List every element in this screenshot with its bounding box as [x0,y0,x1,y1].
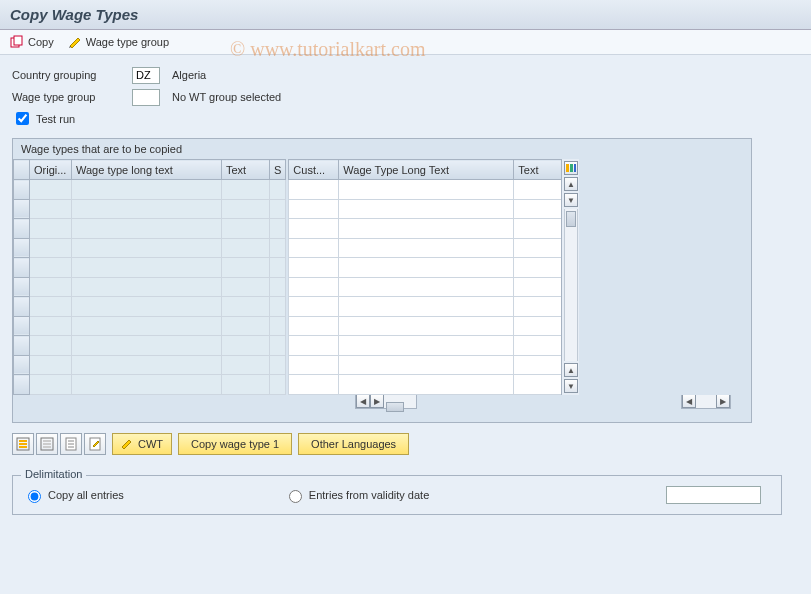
row-selector-header[interactable] [14,160,30,180]
table-row[interactable] [289,219,562,239]
horizontal-scroll-row: ◀ ▶ ◀ ▶ [13,393,751,411]
scroll-down-2-icon[interactable]: ▼ [564,379,578,393]
svg-rect-6 [19,440,27,442]
table-row[interactable] [14,336,286,356]
table-config-icon[interactable] [564,161,578,175]
row-selector[interactable] [14,316,30,336]
test-run-label: Test run [36,113,75,125]
table-row[interactable] [289,258,562,278]
row-selector[interactable] [14,258,30,278]
table-row[interactable] [289,375,562,395]
col-origi[interactable]: Origi... [30,160,72,180]
validity-date-input[interactable] [666,486,761,504]
row-selector[interactable] [14,180,30,200]
svg-rect-12 [43,446,51,448]
col-text[interactable]: Text [222,160,270,180]
svg-rect-3 [570,164,573,172]
row-selector[interactable] [14,336,30,356]
table-row[interactable] [14,219,286,239]
table-row[interactable] [14,355,286,375]
test-run-checkbox[interactable] [16,112,29,125]
col-wt-long-text-2[interactable]: Wage Type Long Text [339,160,514,180]
row-selector[interactable] [14,297,30,317]
table-row[interactable] [289,277,562,297]
svg-rect-8 [19,446,27,448]
cwt-button[interactable]: CWT [112,433,172,455]
country-name-readout: Algeria [172,69,206,81]
table-row[interactable] [14,238,286,258]
copy-button[interactable]: Copy [10,35,54,49]
row-selector[interactable] [14,238,30,258]
table-frame: Wage types that are to be copied Origi..… [12,138,752,423]
country-grouping-input[interactable] [132,67,160,84]
scroll-up-icon[interactable]: ▲ [564,177,578,191]
table-row[interactable] [14,375,286,395]
table-row[interactable] [289,355,562,375]
main-area: Country grouping Algeria Wage type group… [0,55,811,461]
col-s[interactable]: S [270,160,286,180]
hscroll-thumb[interactable] [386,402,404,412]
page-button[interactable] [60,433,82,455]
table-row[interactable] [14,258,286,278]
hscroll-left-2-icon[interactable]: ◀ [682,394,696,408]
row-selector[interactable] [14,355,30,375]
scroll-up-2-icon[interactable]: ▲ [564,363,578,377]
hscroll-left-icon[interactable]: ◀ [356,394,370,408]
pencil-icon [121,438,133,450]
table-row[interactable] [289,297,562,317]
delimitation-group: Delimitation Copy all entries Entries fr… [12,475,782,515]
scroll-track[interactable] [564,209,578,361]
svg-rect-7 [19,443,27,445]
copy-wage-type-1-button[interactable]: Copy wage type 1 [178,433,292,455]
table-row[interactable] [289,238,562,258]
wage-type-group-readout: No WT group selected [172,91,281,103]
horizontal-scrollbar-right[interactable]: ◀ ▶ [681,393,731,409]
copy-wage-type-1-label: Copy wage type 1 [191,438,279,450]
svg-rect-1 [14,36,22,45]
copy-icon [10,35,24,49]
svg-rect-11 [43,443,51,445]
copy-button-label: Copy [28,36,54,48]
right-grid: Cust... Wage Type Long Text Text [288,159,562,395]
vertical-scrollbar[interactable]: ▲ ▼ ▲ ▼ [561,159,579,395]
deselect-all-button[interactable] [36,433,58,455]
table-row[interactable] [14,316,286,336]
table-row[interactable] [289,180,562,200]
table-row[interactable] [289,336,562,356]
wage-type-group-button[interactable]: Wage type group [68,35,169,49]
copy-all-entries-label: Copy all entries [48,489,124,501]
delimitation-legend: Delimitation [21,468,86,480]
row-selector[interactable] [14,277,30,297]
col-text-2[interactable]: Text [514,160,562,180]
copy-all-entries-radio[interactable] [28,490,41,503]
row-selector[interactable] [14,219,30,239]
hscroll-right-2-icon[interactable]: ▶ [716,394,730,408]
wage-type-group-label: Wage type group [86,36,169,48]
table-row[interactable] [14,297,286,317]
row-selector[interactable] [14,199,30,219]
hscroll-right-icon[interactable]: ▶ [370,394,384,408]
table-row[interactable] [14,277,286,297]
edit-page-button[interactable] [84,433,106,455]
country-grouping-label: Country grouping [12,69,132,81]
scroll-thumb[interactable] [566,211,576,227]
scroll-down-icon[interactable]: ▼ [564,193,578,207]
wage-type-group-input[interactable] [132,89,160,106]
table-row[interactable] [14,180,286,200]
row-selector[interactable] [14,375,30,395]
col-wt-long-text[interactable]: Wage type long text [72,160,222,180]
page-title: Copy Wage Types [0,0,811,30]
col-cust[interactable]: Cust... [289,160,339,180]
horizontal-scrollbar-left[interactable]: ◀ ▶ [355,393,417,409]
cwt-button-label: CWT [138,438,163,450]
select-all-button[interactable] [12,433,34,455]
table-row[interactable] [14,199,286,219]
svg-rect-10 [43,440,51,442]
table-row[interactable] [289,316,562,336]
entries-from-date-label: Entries from validity date [309,489,429,501]
other-languages-button[interactable]: Other Languages [298,433,409,455]
svg-rect-2 [566,164,569,172]
table-row[interactable] [289,199,562,219]
other-languages-label: Other Languages [311,438,396,450]
entries-from-date-radio[interactable] [289,490,302,503]
